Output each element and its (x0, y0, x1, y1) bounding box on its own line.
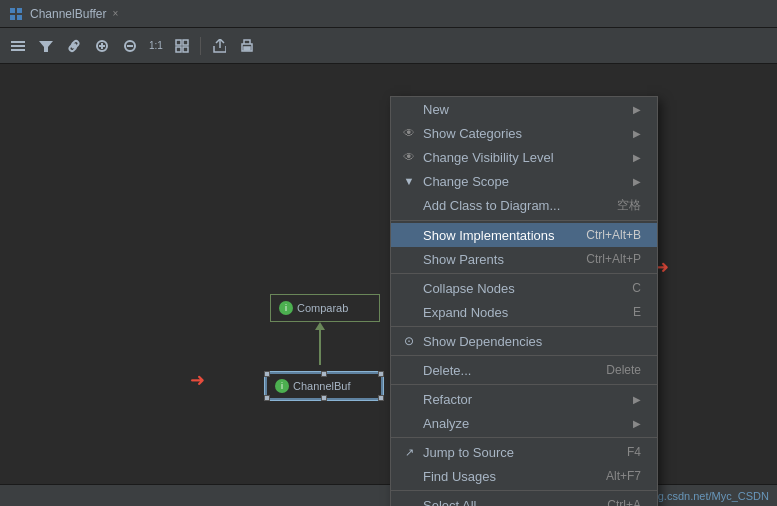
svg-rect-15 (176, 47, 181, 52)
svg-rect-6 (11, 49, 25, 51)
menu-item-change-scope-left: ▼ Change Scope (401, 173, 509, 189)
comparable-label: Comparab (297, 302, 348, 314)
new-arrow: ▶ (633, 104, 641, 115)
new-label: New (423, 102, 449, 117)
node-comparable[interactable]: i Comparab (270, 294, 380, 322)
menu-item-change-visibility-left: 👁 Change Visibility Level (401, 149, 554, 165)
handle-tr (378, 371, 384, 377)
connector-line (319, 330, 321, 365)
status-bar: https://blog.csdn.net/Myc_CSDN (0, 484, 777, 506)
handle-bm (321, 395, 327, 401)
menu-item-refactor-left: Refactor (401, 391, 472, 407)
toolbar-btn-plus[interactable] (90, 34, 114, 58)
show-parents-label: Show Parents (423, 252, 504, 267)
collapse-nodes-shortcut: C (632, 281, 641, 295)
menu-item-collapse-nodes-left: Collapse Nodes (401, 280, 515, 296)
menu-item-find-usages-left: Find Usages (401, 468, 496, 484)
analyze-icon (401, 415, 417, 431)
find-usages-label: Find Usages (423, 469, 496, 484)
svg-rect-19 (244, 47, 250, 50)
toolbar-btn-filter[interactable] (34, 34, 58, 58)
menu-item-show-implementations-left: Show Implementations (401, 227, 555, 243)
toolbar-btn-menu[interactable] (6, 34, 30, 58)
menu-separator-6 (391, 437, 657, 438)
show-implementations-label: Show Implementations (423, 228, 555, 243)
menu-item-add-class[interactable]: Add Class to Diagram... 空格 (391, 193, 657, 218)
show-categories-arrow: ▶ (633, 128, 641, 139)
menu-item-expand-nodes[interactable]: Expand Nodes E (391, 300, 657, 324)
menu-item-new[interactable]: New ▶ (391, 97, 657, 121)
add-class-icon (401, 198, 417, 214)
toolbar-separator (200, 37, 201, 55)
menu-item-select-all[interactable]: Select All Ctrl+A (391, 493, 657, 506)
delete-label: Delete... (423, 363, 471, 378)
show-parents-icon (401, 251, 417, 267)
collapse-nodes-label: Collapse Nodes (423, 281, 515, 296)
jump-to-source-icon: ↗ (401, 444, 417, 460)
refactor-icon (401, 391, 417, 407)
menu-item-find-usages[interactable]: Find Usages Alt+F7 (391, 464, 657, 488)
app-icon (8, 6, 24, 22)
menu-item-show-dependencies-left: ⊙ Show Dependencies (401, 333, 542, 349)
toolbar-btn-11[interactable]: 1:1 (146, 34, 166, 58)
toolbar-btn-link[interactable] (62, 34, 86, 58)
show-categories-label: Show Categories (423, 126, 522, 141)
toolbar: 1:1 (0, 28, 777, 64)
change-visibility-icon: 👁 (401, 149, 417, 165)
change-scope-arrow: ▶ (633, 176, 641, 187)
menu-item-show-categories[interactable]: 👁 Show Categories ▶ (391, 121, 657, 145)
svg-rect-13 (176, 40, 181, 45)
node-channelbuf[interactable]: i ChannelBuf (265, 372, 383, 400)
handle-tl (264, 371, 270, 377)
show-implementations-icon (401, 227, 417, 243)
menu-item-show-parents[interactable]: Show Parents Ctrl+Alt+P (391, 247, 657, 271)
menu-item-show-dependencies[interactable]: ⊙ Show Dependencies (391, 329, 657, 353)
toolbar-btn-grid[interactable] (170, 34, 194, 58)
menu-separator-2 (391, 273, 657, 274)
show-implementations-shortcut: Ctrl+Alt+B (586, 228, 641, 242)
menu-item-change-visibility[interactable]: 👁 Change Visibility Level ▶ (391, 145, 657, 169)
svg-marker-7 (39, 41, 53, 52)
menu-item-show-implementations[interactable]: Show Implementations Ctrl+Alt+B (391, 223, 657, 247)
red-arrow-1: ➜ (190, 369, 205, 391)
comparable-icon: i (279, 301, 293, 315)
refactor-label: Refactor (423, 392, 472, 407)
svg-rect-16 (183, 47, 188, 52)
menu-item-select-all-left: Select All (401, 497, 476, 506)
menu-item-analyze[interactable]: Analyze ▶ (391, 411, 657, 435)
add-class-shortcut: 空格 (617, 197, 641, 214)
change-scope-label: Change Scope (423, 174, 509, 189)
handle-tm (321, 371, 327, 377)
menu-item-delete[interactable]: Delete... Delete (391, 358, 657, 382)
expand-nodes-label: Expand Nodes (423, 305, 508, 320)
menu-item-jump-to-source[interactable]: ↗ Jump to Source F4 (391, 440, 657, 464)
menu-item-collapse-nodes[interactable]: Collapse Nodes C (391, 276, 657, 300)
collapse-nodes-icon (401, 280, 417, 296)
menu-item-show-parents-left: Show Parents (401, 251, 504, 267)
toolbar-btn-export[interactable] (207, 34, 231, 58)
analyze-label: Analyze (423, 416, 469, 431)
delete-icon (401, 362, 417, 378)
svg-rect-0 (10, 8, 15, 13)
change-visibility-arrow: ▶ (633, 152, 641, 163)
menu-separator-3 (391, 326, 657, 327)
show-parents-shortcut: Ctrl+Alt+P (586, 252, 641, 266)
toolbar-btn-print[interactable] (235, 34, 259, 58)
svg-rect-3 (17, 15, 22, 20)
new-icon (401, 101, 417, 117)
handle-br (378, 395, 384, 401)
change-scope-icon: ▼ (401, 173, 417, 189)
menu-item-change-scope[interactable]: ▼ Change Scope ▶ (391, 169, 657, 193)
svg-rect-2 (10, 15, 15, 20)
toolbar-btn-minus[interactable] (118, 34, 142, 58)
svg-rect-4 (11, 41, 25, 43)
menu-item-refactor[interactable]: Refactor ▶ (391, 387, 657, 411)
menu-item-jump-to-source-left: ↗ Jump to Source (401, 444, 514, 460)
connector (319, 322, 321, 372)
close-button[interactable]: × (113, 8, 119, 19)
svg-rect-5 (11, 45, 25, 47)
menu-item-show-categories-left: 👁 Show Categories (401, 125, 522, 141)
show-dependencies-label: Show Dependencies (423, 334, 542, 349)
delete-shortcut: Delete (606, 363, 641, 377)
expand-nodes-icon (401, 304, 417, 320)
